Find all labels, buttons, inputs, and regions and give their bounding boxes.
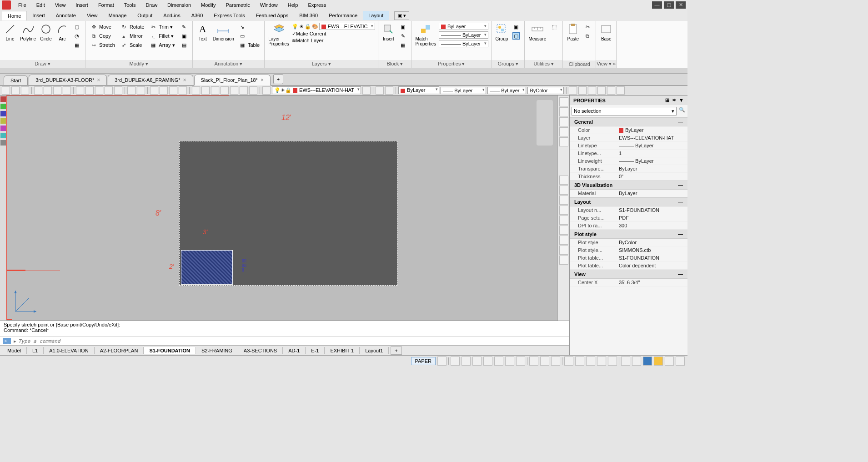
panel-draw-title[interactable]: Draw ▾ <box>0 60 85 68</box>
close-icon[interactable]: × <box>183 77 186 83</box>
qa-sheet[interactable] <box>221 86 229 95</box>
sb-custom[interactable] <box>665 357 674 366</box>
qa-open[interactable] <box>11 86 20 95</box>
command-input[interactable] <box>18 338 567 344</box>
lineweight-dropdown[interactable]: ———— ByLayer <box>439 40 488 47</box>
layout-tab[interactable]: Layout1 <box>360 347 389 354</box>
panel-annotation-title[interactable]: Annotation ▾ <box>193 60 265 68</box>
stretch-button[interactable]: ⇿Stretch <box>88 41 117 49</box>
qa-dc[interactable] <box>201 86 210 95</box>
menu-dimension[interactable]: Dimension <box>163 1 196 9</box>
sun-icon[interactable]: ☀ <box>299 24 304 30</box>
tab-annotate[interactable]: Annotate <box>50 11 81 20</box>
modify-extra1[interactable]: ✎ <box>179 23 190 31</box>
qa-layerextras2[interactable] <box>385 86 393 95</box>
palette-tab-9[interactable] <box>559 206 568 215</box>
tab-manage[interactable]: Manage <box>103 11 132 20</box>
palette-tab-13[interactable] <box>559 246 568 255</box>
prop-add-icon[interactable]: ✶ <box>672 97 676 103</box>
layerpaint-icon[interactable]: 🎨 <box>312 24 318 30</box>
draw-extra2[interactable]: ◔ <box>71 32 82 40</box>
tab-insert[interactable]: Insert <box>27 11 50 20</box>
qa-layerextras[interactable] <box>376 86 384 95</box>
layer-properties-button[interactable]: Layer Properties <box>267 22 290 46</box>
qa-calc[interactable] <box>230 86 238 95</box>
layout-tab-active[interactable]: S1-FOUNDATION <box>144 347 196 354</box>
move-button[interactable]: ✥Move <box>88 23 117 31</box>
prop-row[interactable]: Plot styleByColor <box>570 239 687 246</box>
menu-draw[interactable]: Draw <box>141 1 162 9</box>
block-attr[interactable]: ▦ <box>397 41 408 49</box>
copy-clip-button[interactable]: ⧉ <box>582 32 593 40</box>
text-button[interactable]: AText <box>196 22 210 41</box>
leader-button[interactable]: ↘ <box>237 23 261 31</box>
palette-tab-6[interactable] <box>559 176 568 185</box>
mirror-button[interactable]: ⟁Mirror <box>119 32 146 40</box>
palette-tab-5[interactable] <box>559 137 568 146</box>
layout-tab[interactable]: L1 <box>27 347 44 354</box>
sb-scale[interactable] <box>551 357 560 366</box>
line-button[interactable]: Line <box>3 22 17 41</box>
qa-save[interactable] <box>21 86 29 95</box>
qa-tool[interactable] <box>211 86 219 95</box>
pal-tool7[interactable] <box>0 140 6 146</box>
qa-view6[interactable] <box>617 86 625 95</box>
prop-row[interactable]: Thickness0" <box>570 173 687 181</box>
sb-clean[interactable] <box>643 357 652 366</box>
prop-row[interactable]: Plot style...SIMMONS.ctb <box>570 246 687 254</box>
sb-units[interactable] <box>586 357 595 366</box>
prop-section-header[interactable]: 3D Visualization— <box>570 181 687 190</box>
layout-tab[interactable]: AD-1 <box>283 347 306 354</box>
menu-format[interactable]: Format <box>94 1 119 9</box>
tab-layout[interactable]: Layout <box>363 11 389 20</box>
prop-row[interactable]: Transpare...ByLayer <box>570 165 687 173</box>
quickselect-icon[interactable]: 🔍 <box>678 107 686 116</box>
modify-extra3[interactable]: ▤ <box>179 41 190 49</box>
util-extra[interactable]: ⬚ <box>549 23 560 31</box>
cut-button[interactable]: ✂ <box>582 23 593 31</box>
copy-button[interactable]: ⧉Copy <box>88 32 117 40</box>
linetype-dropdown[interactable]: ———— ByLayer <box>439 31 488 39</box>
prop-row[interactable]: Plot table...Color dependent <box>570 262 687 270</box>
prop-row[interactable]: Linetype...1 <box>570 150 687 157</box>
tab-performance[interactable]: Performance <box>323 11 363 20</box>
prop-row[interactable]: Page setu...PDF <box>570 214 687 222</box>
palette-tab-8[interactable] <box>559 196 568 205</box>
sb-snap[interactable] <box>451 357 460 366</box>
scale-button[interactable]: ⤢Scale <box>119 41 146 49</box>
tab-output[interactable]: Output <box>132 11 158 20</box>
palette-tab-12[interactable] <box>559 236 568 245</box>
new-document-button[interactable]: + <box>273 74 283 84</box>
sb-lock[interactable] <box>608 357 617 366</box>
qa-redo[interactable] <box>137 86 145 95</box>
qa-ref[interactable] <box>249 86 257 95</box>
sb-ws[interactable] <box>564 357 573 366</box>
menu-tools[interactable]: Tools <box>120 1 140 9</box>
palette-tab-10[interactable] <box>559 216 568 225</box>
prop-filter-icon[interactable]: ▼ <box>679 97 684 103</box>
ungroup-button[interactable]: ▣ <box>511 23 522 31</box>
doc-tab-3[interactable]: Slack_PI_Floor_Plan_18*× <box>194 75 271 85</box>
menu-modify[interactable]: Modify <box>196 1 220 9</box>
tab-featured-apps[interactable]: Featured Apps <box>251 11 294 20</box>
qa-preview[interactable] <box>44 86 52 95</box>
qa-layer-select[interactable]: 💡☀🔒 EWS---ELEVATION-HAT <box>272 86 361 94</box>
prop-row[interactable]: ColorByLayer <box>570 126 687 134</box>
prop-row[interactable]: Layout n...S1-FOUNDATION <box>570 206 687 214</box>
pal-tool6[interactable] <box>0 133 6 138</box>
palette-tab-3[interactable] <box>559 117 568 126</box>
qa-view3[interactable] <box>588 86 596 95</box>
qa-plot[interactable] <box>34 86 42 95</box>
insert-block-button[interactable]: Insert <box>381 22 396 41</box>
qa-view2[interactable] <box>578 86 587 95</box>
selection-type-dropdown[interactable]: No selection ▾ <box>572 107 677 116</box>
qa-view5[interactable] <box>607 86 615 95</box>
paste-button[interactable]: Paste <box>566 22 580 41</box>
block-create[interactable]: ▣ <box>397 23 408 31</box>
sb-hw[interactable] <box>632 357 641 366</box>
menu-file[interactable]: File <box>14 1 31 9</box>
prop-section-header[interactable]: Plot style— <box>570 230 687 239</box>
group-button[interactable]: Group <box>494 22 509 41</box>
polyline-button[interactable]: Polyline <box>19 22 37 41</box>
sb-lwt[interactable] <box>505 357 514 366</box>
